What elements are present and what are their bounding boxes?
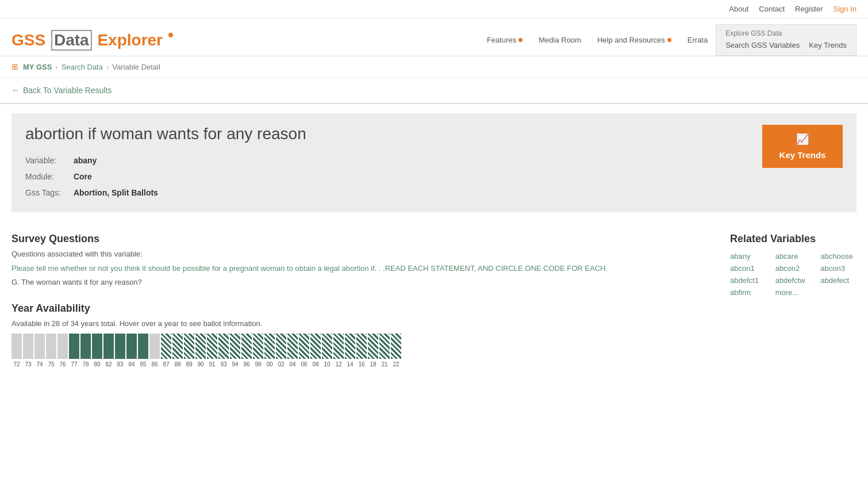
year-bar[interactable] <box>322 334 332 359</box>
year-bar[interactable] <box>23 334 33 359</box>
year-bar[interactable] <box>80 334 91 359</box>
year-bar[interactable] <box>172 334 183 359</box>
key-trends-button[interactable]: 📈 Key Trends <box>762 125 843 168</box>
breadcrumb: ⊞ MY GSS › Search Data › Variable Detail <box>0 56 868 78</box>
year-label: 14 <box>345 361 355 368</box>
year-bar[interactable] <box>391 334 401 359</box>
year-label: 21 <box>379 361 390 368</box>
logo-gss: GSS <box>11 31 45 49</box>
left-content: Survey Questions Questions associated wi… <box>11 233 707 368</box>
related-var[interactable]: abfirm <box>730 288 766 297</box>
nav-help-resources[interactable]: Help and Resources <box>589 30 679 50</box>
nav-about[interactable]: About <box>729 5 748 13</box>
related-var[interactable]: abdefctw <box>775 276 812 285</box>
year-bar[interactable] <box>69 334 79 359</box>
logo: GSS Data Explorer <box>11 30 173 51</box>
nav-errata[interactable]: Errata <box>679 30 716 50</box>
logo-data: Data <box>54 31 89 49</box>
top-nav: About Contact Register Sign In <box>0 0 868 18</box>
explore-search-gss[interactable]: Search GSS Variables <box>725 41 800 49</box>
year-label: 22 <box>391 361 401 368</box>
nav-media-room[interactable]: Media Room <box>531 30 589 50</box>
variable-label: Variable: <box>25 152 71 169</box>
related-var-more[interactable]: more... <box>775 288 812 297</box>
year-label: 77 <box>69 361 79 368</box>
logo-dot-decoration <box>168 33 173 37</box>
year-bar[interactable] <box>379 334 390 359</box>
related-var[interactable]: abdefct1 <box>730 276 766 285</box>
year-bar[interactable] <box>333 334 344 359</box>
variable-value: abany <box>74 156 97 165</box>
related-var[interactable]: abchoose <box>820 252 857 261</box>
year-section: Year Availability Available in 28 of 34 … <box>11 303 707 368</box>
year-label: 75 <box>46 361 56 368</box>
related-var[interactable]: abcon1 <box>730 264 766 273</box>
year-bar[interactable] <box>264 334 275 359</box>
back-bar: ← Back To Variable Results <box>0 78 868 104</box>
gss-tags-field-row: Gss Tags: Abortion, Split Ballots <box>25 185 306 201</box>
year-label: 89 <box>184 361 194 368</box>
nav-features[interactable]: Features <box>479 30 531 50</box>
related-var[interactable]: abcare <box>775 252 812 261</box>
year-bar[interactable] <box>241 334 252 359</box>
year-bar[interactable] <box>195 334 206 359</box>
related-var[interactable]: abdefect <box>820 276 857 285</box>
year-bar[interactable] <box>11 334 22 359</box>
breadcrumb-searchdata[interactable]: Search Data <box>62 63 103 71</box>
features-dot <box>519 38 523 42</box>
nav-contact[interactable]: Contact <box>759 5 785 13</box>
year-label: 12 <box>333 361 344 368</box>
breadcrumb-vardetail: Variable Detail <box>112 63 160 71</box>
year-bar[interactable] <box>368 334 378 359</box>
variable-field-row: Variable: abany <box>25 152 306 169</box>
year-bar[interactable] <box>310 334 321 359</box>
year-bar[interactable] <box>46 334 56 359</box>
year-title: Year Availability <box>11 303 707 315</box>
survey-title: Survey Questions <box>11 233 707 245</box>
related-vars-list: abanyabcareabchooseabcon1abcon2abcon3abd… <box>730 252 857 297</box>
breadcrumb-mygss[interactable]: MY GSS <box>23 63 52 71</box>
module-label: Module: <box>25 169 71 185</box>
year-bar[interactable] <box>345 334 355 359</box>
year-bar[interactable] <box>115 334 125 359</box>
year-bar[interactable] <box>287 334 298 359</box>
explore-links: Search GSS Variables Key Trends <box>725 41 847 55</box>
back-btn[interactable]: ← Back To Variable Results <box>11 86 112 95</box>
year-bar[interactable] <box>184 334 194 359</box>
main-nav: Features Media Room Help and Resources E… <box>479 24 716 56</box>
year-bar[interactable] <box>126 334 137 359</box>
year-bar[interactable] <box>103 334 114 359</box>
year-label: 08 <box>310 361 321 368</box>
main-content: Survey Questions Questions associated wi… <box>0 221 868 379</box>
grid-icon: ⊞ <box>11 62 18 71</box>
year-bar[interactable] <box>299 334 309 359</box>
year-bar[interactable] <box>149 334 160 359</box>
year-label: 06 <box>299 361 309 368</box>
year-label: 82 <box>103 361 114 368</box>
survey-section: Survey Questions Questions associated wi… <box>11 233 707 286</box>
year-bar[interactable] <box>138 334 148 359</box>
trend-chart-icon: 📈 <box>796 133 809 146</box>
year-bar[interactable] <box>57 334 68 359</box>
header: GSS Data Explorer Features Media Room He… <box>0 18 868 56</box>
year-bar[interactable] <box>92 334 102 359</box>
year-bar[interactable] <box>161 334 171 359</box>
year-label: 83 <box>115 361 125 368</box>
nav-sign-in[interactable]: Sign In <box>834 5 857 13</box>
year-bar[interactable] <box>253 334 263 359</box>
nav-register[interactable]: Register <box>795 5 823 13</box>
year-bar[interactable] <box>207 334 217 359</box>
year-bar[interactable] <box>218 334 229 359</box>
survey-desc: Questions associated with this variable: <box>11 250 707 258</box>
related-var[interactable]: abcon3 <box>820 264 857 273</box>
year-bar[interactable] <box>276 334 286 359</box>
related-var[interactable]: abcon2 <box>775 264 812 273</box>
year-label: 94 <box>230 361 240 368</box>
year-bar[interactable] <box>34 334 45 359</box>
year-label: 98 <box>253 361 263 368</box>
explore-key-trends[interactable]: Key Trends <box>809 41 847 49</box>
related-var[interactable]: abany <box>730 252 766 261</box>
year-bar[interactable] <box>230 334 240 359</box>
header-right: Features Media Room Help and Resources E… <box>479 24 857 56</box>
year-bar[interactable] <box>356 334 367 359</box>
